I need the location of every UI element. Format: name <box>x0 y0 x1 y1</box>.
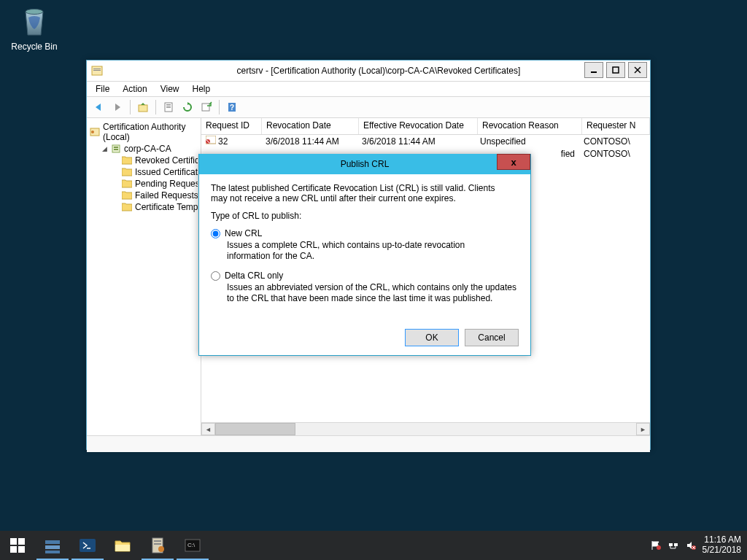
app-icon <box>91 65 103 77</box>
menu-help[interactable]: Help <box>187 82 217 96</box>
svg-rect-10 <box>166 104 171 105</box>
dialog-close-button[interactable]: x <box>497 154 530 170</box>
forward-button[interactable] <box>109 98 126 116</box>
cell-id: 32 <box>218 136 228 147</box>
tree-ca[interactable]: ◢ corp-CA-CA <box>88 143 199 155</box>
svg-rect-11 <box>166 106 171 106</box>
svg-rect-35 <box>154 543 161 545</box>
svg-rect-29 <box>45 545 60 549</box>
tree-root[interactable]: Certification Authority (Local) <box>88 121 199 143</box>
tree-item-label: Pending Requests <box>135 179 198 189</box>
list-row[interactable]: 32 3/6/2018 11:44 AM 3/6/2018 11:44 AM U… <box>201 135 650 147</box>
svg-rect-8 <box>139 105 147 112</box>
scroll-thumb[interactable] <box>215 423 295 435</box>
recycle-bin-icon <box>17 4 52 39</box>
certsrv-icon <box>148 536 167 555</box>
tree-item-label: Revoked Certificates <box>135 155 198 166</box>
scroll-left-icon[interactable]: ◄ <box>201 423 215 435</box>
up-button[interactable] <box>134 98 152 116</box>
folder-icon <box>122 191 132 200</box>
server-manager-icon <box>43 536 62 555</box>
menu-view[interactable]: View <box>155 82 185 96</box>
radio-delta-crl[interactable]: Delta CRL only <box>211 271 519 281</box>
tray-flag-icon[interactable] <box>650 540 662 551</box>
folder-icon <box>122 168 132 176</box>
cancel-button[interactable]: Cancel <box>465 329 519 346</box>
svg-text:C:\: C:\ <box>187 542 196 548</box>
svg-rect-13 <box>202 104 209 111</box>
close-button[interactable] <box>628 62 647 78</box>
explorer-icon <box>113 536 132 555</box>
taskbar-powershell[interactable] <box>70 531 105 560</box>
powershell-icon <box>78 536 97 555</box>
svg-rect-19 <box>114 147 118 148</box>
taskbar: C:\ 11:16 AM 5/21/2018 <box>0 531 747 560</box>
recycle-bin[interactable]: Recycle Bin <box>7 4 61 52</box>
ca-icon <box>111 144 121 154</box>
scroll-track[interactable] <box>215 423 636 435</box>
help-button[interactable]: ? <box>223 98 241 116</box>
col-requester[interactable]: Requester N <box>582 118 650 134</box>
radio-delta-crl-input[interactable] <box>211 271 220 281</box>
scroll-right-icon[interactable]: ► <box>636 423 650 435</box>
start-button[interactable] <box>0 531 35 560</box>
horizontal-scrollbar[interactable]: ◄ ► <box>201 422 650 435</box>
radio-new-crl[interactable]: New CRL <box>211 228 519 238</box>
minimize-button[interactable] <box>584 62 603 78</box>
tree-item-pending[interactable]: Pending Requests <box>88 178 199 190</box>
tray-sound-icon[interactable] <box>685 540 697 551</box>
col-request-id[interactable]: Request ID <box>201 118 262 134</box>
menu-action[interactable]: Action <box>117 82 152 96</box>
dialog-titlebar[interactable]: Publish CRL x <box>199 154 530 174</box>
taskbar-server-manager[interactable] <box>35 531 70 560</box>
menu-file[interactable]: File <box>90 82 115 96</box>
folder-icon <box>122 203 132 211</box>
windows-logo-icon <box>10 538 25 553</box>
cell-req: CONTOSO\ <box>579 136 646 147</box>
export-button[interactable] <box>198 98 215 116</box>
col-effective-date[interactable]: Effective Revocation Date <box>359 118 478 134</box>
tray-network-icon[interactable] <box>667 540 679 551</box>
tree-item-templates[interactable]: Certificate Templates <box>88 201 199 213</box>
radio-new-crl-label: New CRL <box>225 228 262 238</box>
tree-item-label: Certificate Templates <box>135 202 198 212</box>
menubar: File Action View Help <box>87 82 650 97</box>
cell-rev: 3/6/2018 11:44 AM <box>261 136 357 147</box>
svg-rect-4 <box>591 71 597 73</box>
toolbar: ? <box>87 97 650 118</box>
ok-button[interactable]: OK <box>405 329 459 346</box>
taskbar-clock[interactable]: 11:16 AM 5/21/2018 <box>703 535 741 556</box>
properties-button[interactable] <box>160 98 177 116</box>
titlebar[interactable]: certsrv - [Certification Authority (Loca… <box>87 61 650 82</box>
radio-new-crl-input[interactable] <box>211 229 220 238</box>
col-revocation-date[interactable]: Revocation Date <box>262 118 359 134</box>
cell-req: CONTOSO\ <box>579 149 646 159</box>
tree-item-revoked[interactable]: Revoked Certificates <box>88 155 199 166</box>
clock-time: 11:16 AM <box>703 535 741 545</box>
tree-item-issued[interactable]: Issued Certificates <box>88 166 199 178</box>
svg-rect-34 <box>154 540 161 542</box>
back-button[interactable] <box>90 98 107 116</box>
clock-date: 5/21/2018 <box>703 545 741 556</box>
cmd-icon: C:\ <box>183 536 202 555</box>
expander-icon[interactable]: ◢ <box>101 146 108 152</box>
taskbar-cmd[interactable]: C:\ <box>175 531 210 560</box>
taskbar-certsrv[interactable] <box>140 531 175 560</box>
col-revocation-reason[interactable]: Revocation Reason <box>478 118 582 134</box>
ca-root-icon <box>90 127 100 137</box>
tree-item-failed[interactable]: Failed Requests <box>88 190 199 201</box>
dialog-title: Publish CRL <box>341 159 390 169</box>
tree-item-label: Failed Requests <box>135 190 198 201</box>
list-header: Request ID Revocation Date Effective Rev… <box>201 118 650 135</box>
taskbar-explorer[interactable] <box>105 531 140 560</box>
refresh-button[interactable] <box>179 98 196 116</box>
svg-rect-41 <box>674 543 678 546</box>
desktop: Recycle Bin certsrv - [Certification Aut… <box>0 0 747 560</box>
svg-rect-32 <box>115 545 130 551</box>
tree-pane[interactable]: Certification Authority (Local) ◢ corp-C… <box>87 118 201 435</box>
svg-rect-20 <box>114 149 118 150</box>
maximize-button[interactable] <box>606 62 625 78</box>
svg-rect-28 <box>45 540 60 544</box>
svg-rect-24 <box>10 538 17 545</box>
svg-rect-26 <box>10 546 17 553</box>
